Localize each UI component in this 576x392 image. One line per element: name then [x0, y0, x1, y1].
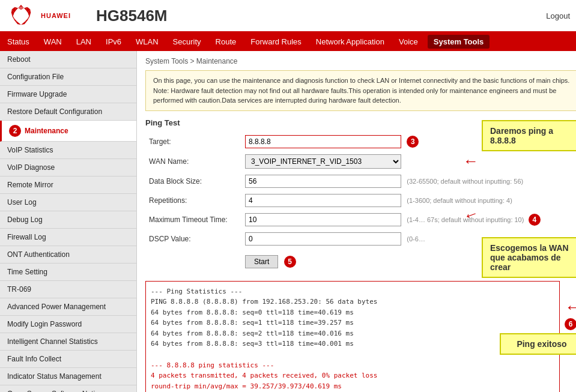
repetitions-row: Repetitions: (1-3600; default without in…	[145, 191, 576, 210]
nav-voice[interactable]: Voice	[392, 32, 425, 51]
nav-route[interactable]: Route	[208, 32, 244, 51]
sidebar-item-reboot[interactable]: Reboot	[0, 51, 136, 68]
svg-marker-11	[15, 21, 21, 25]
sidebar-item-remote-mirror[interactable]: Remote Mirror	[0, 176, 136, 194]
nav-wan[interactable]: WAN	[37, 32, 69, 51]
breadcrumb: System Tools > Maintenance	[145, 57, 576, 65]
badge-3: 3	[407, 136, 419, 148]
huawei-logo-icon	[6, 4, 36, 28]
wan-name-select[interactable]: 3_VOIP_INTERNET_R_VID_1503	[245, 154, 401, 169]
nav-lan[interactable]: LAN	[69, 32, 99, 51]
sidebar-item-channel-stats[interactable]: Intelligent Channel Statistics	[0, 333, 136, 351]
logout-button[interactable]: Logout	[546, 11, 570, 20]
max-timeout-row: Maximum Timeout Time: (1-4… 67s; default…	[145, 210, 576, 229]
badge-5: 5	[284, 256, 296, 268]
target-label: Target:	[145, 132, 241, 151]
max-timeout-input[interactable]	[245, 213, 401, 226]
callout-ping: Daremos ping a 8.8.8.8	[482, 120, 576, 151]
sidebar-item-power-mgmt[interactable]: Advanced Power Management	[0, 298, 136, 316]
sidebar-item-fault-info[interactable]: Fault Info Collect	[0, 351, 136, 368]
dscp-label: DSCP Value:	[145, 229, 241, 249]
badge-6: 6	[565, 318, 576, 330]
brand-name: HUAWEI	[41, 12, 71, 19]
badge-2: 2	[9, 125, 21, 137]
sidebar-item-voip-diagnose[interactable]: VoIP Diagnose	[0, 159, 136, 176]
sidebar-item-debug-log[interactable]: Debug Log	[0, 211, 136, 229]
max-timeout-label: Maximum Timeout Time:	[145, 210, 241, 229]
svg-marker-10	[25, 17, 30, 22]
ping-output: --- Ping Statistics --- PING 8.8.8.8 (8.…	[145, 281, 560, 393]
arrow-left-icon: ←	[565, 299, 576, 316]
navbar: Status WAN LAN IPv6 WLAN Security Route …	[0, 32, 576, 51]
data-block-hint: (32-65500; default without inputting: 56…	[407, 178, 523, 185]
sidebar-item-oss-notice[interactable]: Open Source Software Notice	[0, 385, 136, 392]
sidebar-item-restore[interactable]: Restore Default Configuration	[0, 103, 136, 121]
sidebar-item-modify-login[interactable]: Modify Login Password	[0, 316, 136, 333]
sidebar-item-ont-auth[interactable]: ONT Authentication	[0, 246, 136, 264]
nav-network-application[interactable]: Network Application	[309, 32, 392, 51]
dscp-hint: (0-6…	[407, 235, 425, 243]
badge-4: 4	[529, 214, 541, 226]
logo-area: HUAWEI	[6, 4, 84, 28]
arrow-callout-ping-icon: ←	[463, 152, 479, 170]
wan-name-label: WAN Name:	[145, 151, 241, 172]
callout-wan: Escogemos la WAN que acabamos de crear	[482, 237, 576, 278]
start-button[interactable]: Start	[245, 255, 278, 268]
data-block-row: Data Block Size: (32-65500; default with…	[145, 172, 576, 191]
sidebar-item-firmware[interactable]: Firmware Upgrade	[0, 86, 136, 103]
callout-success: Ping exitoso	[500, 333, 576, 355]
wan-name-row: WAN Name: 3_VOIP_INTERNET_R_VID_1503	[145, 151, 576, 172]
sidebar-item-time-setting[interactable]: Time Setting	[0, 264, 136, 281]
sidebar-item-user-log[interactable]: User Log	[0, 194, 136, 211]
nav-security[interactable]: Security	[166, 32, 208, 51]
nav-wlan[interactable]: WLAN	[129, 32, 166, 51]
repetitions-input[interactable]	[245, 194, 401, 207]
svg-marker-12	[21, 21, 27, 25]
ping-stats: --- 8.8.8.8 ping statistics --- 4 packet…	[151, 360, 554, 392]
data-block-input[interactable]	[245, 175, 401, 188]
sidebar-item-firewall-log[interactable]: Firewall Log	[0, 229, 136, 246]
repetitions-label: Repetitions:	[145, 191, 241, 210]
sidebar-item-tr069[interactable]: TR-069	[0, 281, 136, 298]
dscp-input[interactable]	[245, 232, 401, 246]
sidebar: Reboot Configuration File Firmware Upgra…	[0, 51, 137, 392]
sidebar-item-maintenance[interactable]: 2 Maintenance	[0, 121, 136, 142]
info-box: On this page, you can use the maintenanc…	[145, 70, 576, 111]
nav-forward-rules[interactable]: Forward Rules	[243, 32, 309, 51]
sidebar-item-voip-stats[interactable]: VoIP Statistics	[0, 142, 136, 159]
repetitions-hint: (1-3600; default without inputting: 4)	[407, 197, 512, 204]
sidebar-item-indicator[interactable]: Indicator Status Management	[0, 368, 136, 385]
nav-ipv6[interactable]: IPv6	[99, 32, 129, 51]
page-title: HG8546M	[84, 7, 546, 25]
target-input[interactable]	[245, 135, 401, 148]
sidebar-item-config-file[interactable]: Configuration File	[0, 68, 136, 86]
nav-system-tools[interactable]: System Tools	[428, 35, 490, 49]
nav-status[interactable]: Status	[0, 32, 37, 51]
data-block-label: Data Block Size:	[145, 172, 241, 191]
